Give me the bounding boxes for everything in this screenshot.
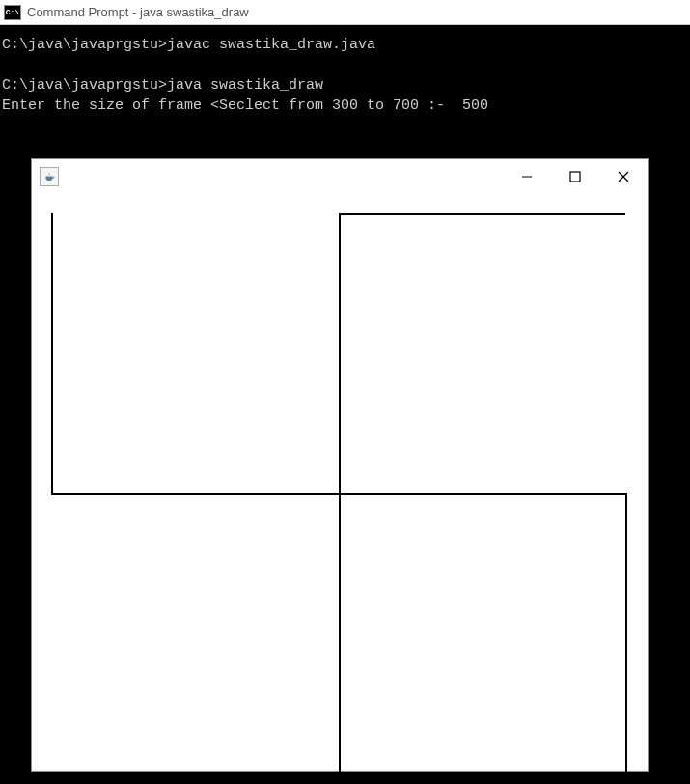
drawn-line	[51, 773, 339, 775]
terminal-blank-1	[0, 55, 690, 75]
svg-rect-1	[570, 172, 580, 182]
cmd-window-title: Command Prompt - java swastika_draw	[27, 5, 249, 19]
java-cup-icon	[40, 167, 59, 186]
terminal-line-3: Enter the size of frame <Seclect from 30…	[0, 96, 690, 116]
cmd-prompt-icon: C:\	[4, 5, 21, 20]
terminal-line-1: C:\java\javaprgstu>javac swastika_draw.j…	[0, 35, 690, 55]
drawn-line	[339, 213, 625, 215]
java-drawing-canvas	[32, 194, 648, 771]
terminal-line-2: C:\java\javaprgstu>java swastika_draw	[0, 75, 690, 96]
drawn-line	[51, 493, 625, 495]
maximize-button[interactable]	[551, 159, 599, 194]
cmd-icon-label: C:\	[6, 9, 19, 16]
close-button[interactable]	[599, 159, 648, 194]
terminal-output[interactable]: C:\java\javaprgstu>javac swastika_draw.j…	[0, 25, 690, 116]
java-titlebar[interactable]	[32, 159, 648, 194]
cmd-titlebar: C:\ Command Prompt - java swastika_draw	[0, 0, 690, 25]
drawn-line	[625, 493, 627, 773]
window-controls	[503, 159, 648, 194]
minimize-button[interactable]	[503, 159, 551, 194]
java-applet-window	[31, 158, 649, 772]
drawn-line	[51, 213, 53, 493]
